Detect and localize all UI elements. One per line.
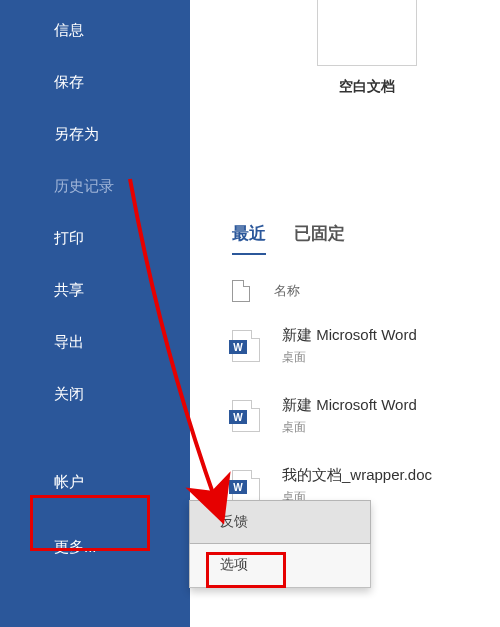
file-list-header: 名称 — [232, 280, 300, 302]
word-file-icon: W — [232, 330, 260, 362]
blank-document-template[interactable]: 空白文档 — [298, 0, 436, 96]
tab-recent[interactable]: 最近 — [232, 222, 266, 255]
column-header-name: 名称 — [274, 282, 300, 300]
sidebar-item-saveas[interactable]: 另存为 — [54, 108, 190, 160]
document-icon — [232, 280, 250, 302]
blank-document-label: 空白文档 — [298, 78, 436, 96]
file-name: 新建 Microsoft Word — [282, 326, 417, 345]
sidebar-item-account[interactable]: 帐户 — [54, 456, 190, 508]
word-file-icon: W — [232, 400, 260, 432]
file-location: 桌面 — [282, 349, 417, 366]
file-row[interactable]: W 新建 Microsoft Word 桌面 — [232, 396, 492, 436]
sidebar-item-share[interactable]: 共享 — [54, 264, 190, 316]
sidebar-item-save[interactable]: 保存 — [54, 56, 190, 108]
sidebar-item-history: 历史记录 — [54, 160, 190, 212]
sidebar-item-close[interactable]: 关闭 — [54, 368, 190, 420]
sidebar-item-info[interactable]: 信息 — [54, 4, 190, 56]
file-name: 我的文档_wrapper.doc — [282, 466, 432, 485]
popup-item-feedback[interactable]: 反馈 — [189, 500, 371, 544]
sidebar-item-print[interactable]: 打印 — [54, 212, 190, 264]
sidebar-item-export[interactable]: 导出 — [54, 316, 190, 368]
word-file-icon: W — [232, 470, 260, 502]
file-name: 新建 Microsoft Word — [282, 396, 417, 415]
file-location: 桌面 — [282, 419, 417, 436]
popup-item-options[interactable]: 选项 — [190, 543, 370, 587]
recent-tabs: 最近 已固定 — [232, 222, 345, 255]
more-popup-menu: 反馈 选项 — [189, 500, 371, 588]
file-row[interactable]: W 新建 Microsoft Word 桌面 — [232, 326, 492, 366]
blank-document-thumb-icon — [317, 0, 417, 66]
tab-pinned[interactable]: 已固定 — [294, 222, 345, 255]
sidebar-item-more[interactable]: 更多... — [30, 521, 150, 573]
